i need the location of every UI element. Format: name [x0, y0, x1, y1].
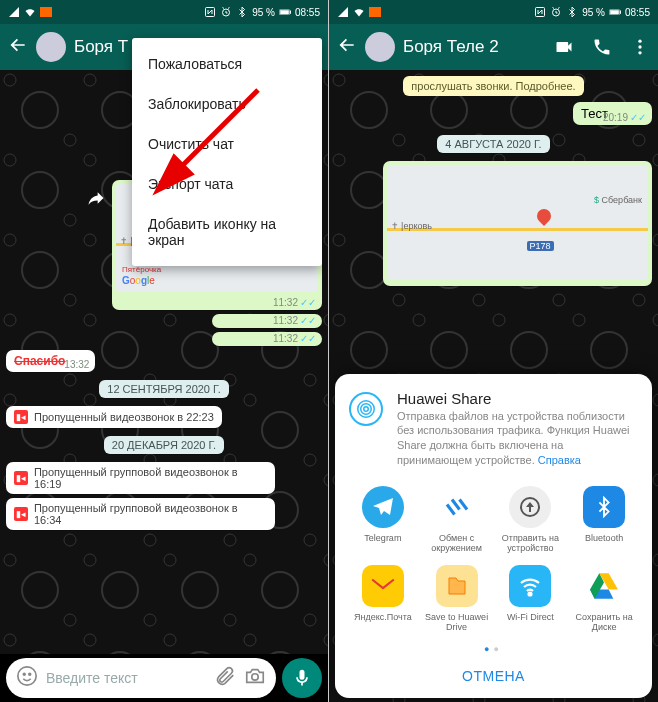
route-badge: P178: [527, 241, 554, 251]
missed-call-message[interactable]: ▮◂Пропущенный групповой видеозвонок в 16…: [6, 498, 275, 530]
bluetooth-app-icon: [583, 486, 625, 528]
share-target-send-device[interactable]: Отправить на устройство: [497, 486, 565, 555]
read-check-icon: ✓✓: [300, 333, 316, 344]
svg-rect-12: [620, 10, 621, 13]
nfc-icon: [204, 6, 216, 18]
battery-text: 95 %: [252, 7, 275, 18]
share-target-google-drive[interactable]: Сохранить на Диске: [570, 565, 638, 634]
alarm-icon: [550, 6, 562, 18]
svg-point-18: [361, 403, 372, 414]
date-separator: 4 АВГУСТА 2020 Г.: [437, 135, 549, 153]
incoming-message[interactable]: Спасибо 13:32: [6, 350, 95, 372]
missed-call-text: Пропущенный групповой видеозвонок в 16:3…: [34, 502, 267, 526]
input-placeholder: Введите текст: [46, 670, 206, 686]
svg-point-17: [364, 406, 369, 411]
forward-icon[interactable]: [86, 188, 106, 212]
map-pin-icon: [534, 206, 554, 226]
video-call-icon[interactable]: [554, 37, 574, 57]
share-sheet-title: Huawei Share: [397, 390, 638, 407]
back-icon[interactable]: [337, 35, 357, 59]
menu-add-shortcut[interactable]: Добавить иконку на экран: [132, 204, 322, 260]
menu-clear-chat[interactable]: Очистить чат: [132, 124, 322, 164]
read-check-icon: ✓✓: [300, 315, 316, 326]
msg-time: 20:19: [603, 112, 628, 123]
share-cancel-button[interactable]: ОТМЕНА: [349, 658, 638, 688]
msg-time: 11:32: [273, 315, 298, 326]
yandex-mail-icon: [362, 565, 404, 607]
outgoing-message[interactable]: 11:32✓✓: [212, 332, 322, 346]
camera-icon[interactable]: [244, 665, 266, 691]
share-targets: Telegram Обмен с окружением Отправить на…: [349, 486, 638, 634]
share-target-nearby[interactable]: Обмен с окружением: [423, 486, 491, 555]
signal-icon: [8, 6, 20, 18]
wifi-icon: [24, 6, 36, 18]
google-drive-icon: [583, 565, 625, 607]
menu-export-chat[interactable]: Экспорт чата: [132, 164, 322, 204]
missed-video-icon: ▮◂: [14, 507, 28, 521]
back-icon[interactable]: [8, 35, 28, 59]
map-poi-church: ✝ |ерковь: [391, 221, 432, 231]
date-separator: 20 ДЕКАБРЯ 2020 Г.: [104, 436, 224, 454]
share-target-yandex-mail[interactable]: Яндекс.Почта: [349, 565, 417, 634]
read-check-icon: ✓✓: [630, 112, 646, 123]
outgoing-message[interactable]: 11:32✓✓: [212, 314, 322, 328]
bluetooth-icon: [566, 6, 578, 18]
mic-button[interactable]: [282, 658, 322, 698]
send-to-device-icon: [509, 486, 551, 528]
menu-report[interactable]: Пожаловаться: [132, 44, 322, 84]
share-target-bluetooth[interactable]: Bluetooth: [570, 486, 638, 555]
svg-point-5: [18, 667, 36, 685]
app-bar: Боря Теле 2: [329, 24, 658, 70]
share-target-huawei-drive[interactable]: Save to Huawei Drive: [423, 565, 491, 634]
voice-call-icon[interactable]: [592, 37, 612, 57]
svg-rect-3: [290, 10, 291, 13]
nfc-icon: [534, 6, 546, 18]
share-help-link[interactable]: Справка: [538, 454, 581, 466]
svg-point-8: [252, 674, 258, 680]
emoji-icon[interactable]: [16, 665, 38, 691]
battery-text: 95 %: [582, 7, 605, 18]
svg-point-16: [638, 51, 641, 54]
share-target-wifi-direct[interactable]: Wi-Fi Direct: [497, 565, 565, 634]
status-bar: 95 % 08:55: [329, 0, 658, 24]
chat-title[interactable]: Боря Т: [74, 37, 128, 57]
menu-block[interactable]: Заблокировать: [132, 84, 322, 124]
clock-text: 08:55: [295, 7, 320, 18]
svg-rect-4: [280, 10, 288, 14]
map-poi-shop: Пятёрочка: [122, 265, 161, 274]
attach-icon[interactable]: [214, 665, 236, 691]
missed-call-text: Пропущенный групповой видеозвонок в 16:1…: [34, 466, 267, 490]
missed-video-icon: ▮◂: [14, 410, 28, 424]
location-message[interactable]: ✝ |ерковь $ Сбербанк P178: [383, 161, 652, 286]
share-sheet: Huawei Share Отправка файлов на устройст…: [335, 374, 652, 698]
date-separator: 12 СЕНТЯБРЯ 2020 Г.: [99, 380, 228, 398]
avatar[interactable]: [36, 32, 66, 62]
missed-call-message[interactable]: ▮◂Пропущенный видеозвонок в 22:23: [6, 406, 222, 428]
svg-point-7: [29, 673, 31, 675]
outgoing-message[interactable]: Тест 20:19✓✓: [573, 102, 652, 125]
status-bar: 95 % 08:55: [0, 0, 328, 24]
msg-time: 13:32: [64, 359, 89, 370]
msg-time: 11:32: [273, 333, 298, 344]
chat-title[interactable]: Боря Теле 2: [403, 37, 499, 57]
mail-indicator-icon: [369, 7, 381, 17]
missed-call-message[interactable]: ▮◂Пропущенный групповой видеозвонок в 16…: [6, 462, 275, 494]
svg-point-15: [638, 45, 641, 48]
overflow-icon[interactable]: [630, 37, 650, 57]
overflow-menu: Пожаловаться Заблокировать Очистить чат …: [132, 38, 322, 266]
avatar[interactable]: [365, 32, 395, 62]
svg-rect-13: [610, 10, 618, 14]
svg-point-22: [529, 593, 532, 596]
read-check-icon: ✓✓: [300, 297, 316, 308]
share-sheet-desc: Отправка файлов на устройства поблизости…: [397, 409, 638, 468]
map-preview: ✝ |ерковь $ Сбербанк P178: [387, 165, 648, 280]
missed-call-text: Пропущенный видеозвонок в 22:23: [34, 411, 214, 423]
signal-icon: [337, 6, 349, 18]
input-row: Введите текст: [0, 654, 328, 702]
deleted-text: Спасибо: [14, 354, 65, 368]
message-input[interactable]: Введите текст: [6, 658, 276, 698]
share-target-telegram[interactable]: Telegram: [349, 486, 417, 555]
chat-area[interactable]: прослушать звонки. Подробнее. Тест 20:19…: [329, 70, 658, 702]
encryption-banner: прослушать звонки. Подробнее.: [403, 76, 583, 96]
svg-point-6: [23, 673, 25, 675]
